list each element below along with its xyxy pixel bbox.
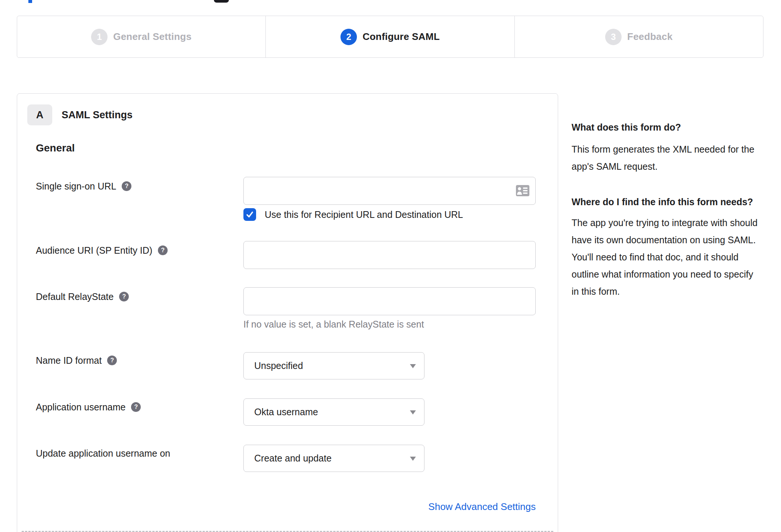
recipient-url-checkbox-row: Use this for Recipient URL and Destinati… <box>243 208 463 221</box>
relay-state-label: Default RelayState ? <box>36 291 129 302</box>
help-answer-2: The app you're trying to integrate with … <box>572 214 758 300</box>
step-label: General Settings <box>113 31 192 43</box>
help-icon[interactable]: ? <box>131 402 141 412</box>
contact-card-icon[interactable] <box>516 185 529 196</box>
audience-uri-input[interactable] <box>243 241 536 269</box>
relay-state-hint: If no value is set, a blank RelayState i… <box>243 319 424 330</box>
relay-state-input[interactable] <box>243 287 536 315</box>
name-id-format-value: Unspecified <box>254 360 303 371</box>
chevron-down-icon <box>410 364 416 368</box>
help-panel: What does this form do? This form genera… <box>572 121 758 300</box>
update-app-username-value: Create and update <box>254 453 332 464</box>
wizard-stepper: 1 General Settings 2 Configure SAML 3 Fe… <box>17 16 763 58</box>
relay-state-label-text: Default RelayState <box>36 291 113 302</box>
help-answer-1: This form generates the XML needed for t… <box>572 141 758 175</box>
advanced-link-row: Show Advanced Settings <box>243 501 536 513</box>
recipient-url-checkbox-label[interactable]: Use this for Recipient URL and Destinati… <box>265 209 463 220</box>
help-question-2: Where do I find the info this form needs… <box>572 195 758 208</box>
cutoff-logo-fragment <box>214 0 229 3</box>
section-a-badge: A <box>27 104 52 125</box>
application-username-value: Okta username <box>254 407 318 417</box>
help-icon[interactable]: ? <box>122 181 131 191</box>
application-username-select[interactable]: Okta username <box>243 398 424 426</box>
update-app-username-label-text: Update application username on <box>36 448 170 459</box>
step-configure-saml[interactable]: 2 Configure SAML <box>265 16 514 57</box>
name-id-format-label: Name ID format ? <box>36 355 117 366</box>
sso-url-input[interactable] <box>243 177 536 205</box>
cutoff-blue-fragment <box>28 0 32 3</box>
name-id-format-label-text: Name ID format <box>36 355 102 366</box>
step-label: Configure SAML <box>363 31 439 43</box>
step-number-badge: 1 <box>91 29 108 45</box>
application-username-label-text: Application username <box>36 402 125 412</box>
help-icon[interactable]: ? <box>119 292 129 301</box>
sso-url-label: Single sign-on URL ? <box>36 181 131 191</box>
step-general-settings[interactable]: 1 General Settings <box>17 16 265 57</box>
show-advanced-settings-link[interactable]: Show Advanced Settings <box>428 501 536 512</box>
application-username-label: Application username ? <box>36 402 141 412</box>
step-number-badge: 3 <box>605 29 622 45</box>
chevron-down-icon <box>410 410 416 414</box>
sso-url-label-text: Single sign-on URL <box>36 181 116 191</box>
step-label: Feedback <box>627 31 673 43</box>
update-app-username-label: Update application username on <box>36 448 170 459</box>
audience-uri-label-text: Audience URI (SP Entity ID) <box>36 245 152 256</box>
help-question-1: What does this form do? <box>572 121 758 134</box>
sso-url-input-wrap <box>243 177 536 205</box>
general-heading: General <box>36 142 75 154</box>
checkmark-icon <box>245 210 254 219</box>
step-number-badge: 2 <box>340 29 357 45</box>
update-app-username-select[interactable]: Create and update <box>243 445 424 472</box>
audience-uri-label: Audience URI (SP Entity ID) ? <box>36 245 168 256</box>
chevron-down-icon <box>410 457 416 461</box>
help-icon[interactable]: ? <box>107 356 117 365</box>
saml-settings-panel: A SAML Settings General Single sign-on U… <box>17 93 558 532</box>
panel-title: SAML Settings <box>62 104 133 125</box>
step-feedback[interactable]: 3 Feedback <box>514 16 763 57</box>
recipient-url-checkbox[interactable] <box>243 208 256 221</box>
name-id-format-select[interactable]: Unspecified <box>243 352 424 379</box>
help-icon[interactable]: ? <box>158 245 168 255</box>
